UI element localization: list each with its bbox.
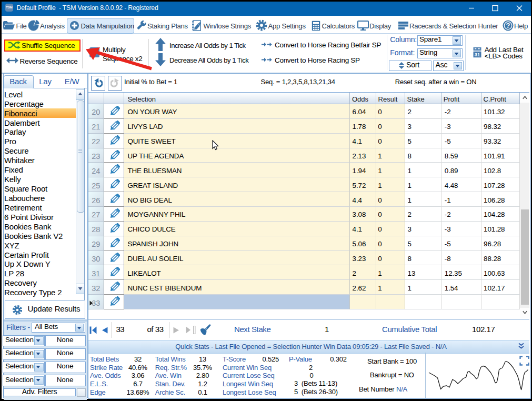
svg-text:31: 31 (475, 52, 480, 57)
svg-text:?: ? (506, 22, 510, 29)
